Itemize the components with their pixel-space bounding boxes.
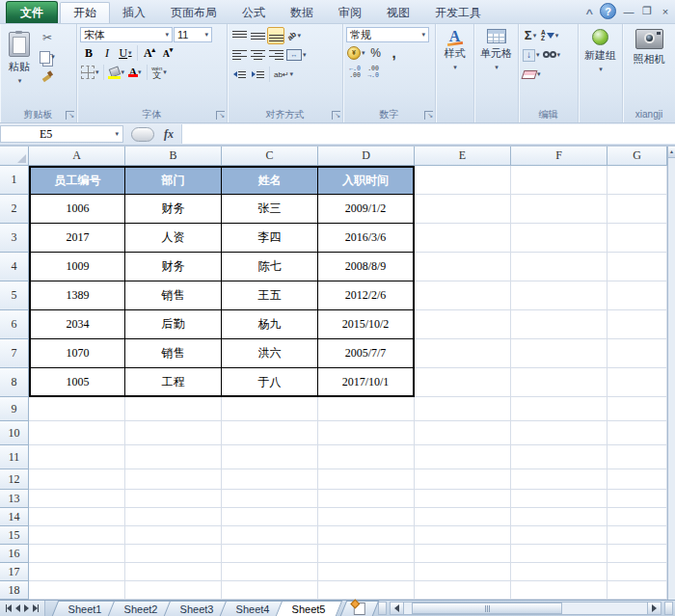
- styles-button[interactable]: A 样式 ▾: [436, 24, 473, 108]
- grid-cell-D9[interactable]: [318, 397, 415, 421]
- ribbon-tab-数据[interactable]: 数据: [278, 3, 326, 23]
- grid-cell-E3[interactable]: [415, 224, 511, 253]
- phonetic-guide-button[interactable]: wén文▾: [150, 64, 168, 81]
- insert-function-button[interactable]: fx: [164, 127, 174, 142]
- column-header-B[interactable]: B: [125, 147, 222, 166]
- grid-cell-C5[interactable]: 王五: [222, 281, 318, 310]
- grid-cell-G16[interactable]: [608, 545, 667, 563]
- grid-cell-A6[interactable]: 2034: [29, 310, 125, 339]
- grid-cell-F8[interactable]: [511, 368, 608, 397]
- grid-cell-C7[interactable]: 洪六: [222, 339, 318, 368]
- grid-cell-B9[interactable]: [125, 397, 222, 421]
- last-sheet-button[interactable]: [33, 604, 39, 612]
- grid-cell-D1[interactable]: 入职时间: [318, 166, 415, 195]
- column-header-G[interactable]: G: [608, 147, 667, 166]
- ribbon-tab-公式[interactable]: 公式: [230, 3, 278, 23]
- grid-cell-A3[interactable]: 2017: [29, 224, 125, 253]
- grid-cell-C1[interactable]: 姓名: [222, 166, 318, 195]
- grid-cell-E10[interactable]: [415, 421, 511, 445]
- grid-cell-B5[interactable]: 销售: [125, 281, 222, 310]
- grid-cell-D13[interactable]: [318, 490, 415, 508]
- grid-cell-D12[interactable]: [318, 469, 415, 490]
- grid-cell-E5[interactable]: [415, 281, 511, 310]
- prev-sheet-button[interactable]: [15, 604, 20, 612]
- grid-cell-A4[interactable]: 1009: [29, 253, 125, 281]
- column-header-C[interactable]: C: [222, 147, 318, 166]
- find-select-button[interactable]: ▾: [542, 46, 562, 64]
- row-header-3[interactable]: 3: [0, 224, 29, 253]
- align-right-button[interactable]: [267, 46, 284, 64]
- grid-cell-C16[interactable]: [222, 545, 318, 563]
- grid-cell-E7[interactable]: [415, 339, 511, 368]
- grid-cell-G1[interactable]: [608, 166, 667, 195]
- grid-cell-E1[interactable]: [415, 166, 511, 195]
- row-header-17[interactable]: 17: [0, 563, 29, 581]
- restore-icon[interactable]: ❐: [641, 5, 653, 17]
- row-header-14[interactable]: 14: [0, 508, 29, 526]
- grid-cell-F3[interactable]: [511, 224, 608, 253]
- increase-decimal-button[interactable]: ←.0.00: [346, 64, 364, 81]
- grid-cell-E15[interactable]: [415, 526, 511, 545]
- grid-cell-F4[interactable]: [511, 253, 608, 281]
- grid-cell-D2[interactable]: 2009/1/2: [318, 195, 415, 224]
- column-header-A[interactable]: A: [29, 147, 125, 166]
- grid-cell-A16[interactable]: [29, 545, 125, 563]
- grid-cell-G4[interactable]: [608, 253, 667, 281]
- grid-cell-B2[interactable]: 财务: [125, 195, 222, 224]
- file-tab[interactable]: 文件: [6, 1, 58, 23]
- grid-cell-F9[interactable]: [511, 397, 608, 421]
- row-header-2[interactable]: 2: [0, 195, 29, 224]
- decrease-decimal-button[interactable]: .00→.0: [364, 64, 382, 81]
- grid-cell-E6[interactable]: [415, 310, 511, 339]
- grid-cell-A13[interactable]: [29, 490, 125, 508]
- grid-cell-C12[interactable]: [222, 469, 318, 490]
- grid-cell-E9[interactable]: [415, 397, 511, 421]
- grid-cell-G5[interactable]: [608, 281, 667, 310]
- chevron-down-icon[interactable]: ▾: [115, 130, 119, 138]
- grid-cell-C2[interactable]: 张三: [222, 195, 318, 224]
- sort-filter-button[interactable]: AZ▾: [540, 27, 559, 44]
- grid-cell-F5[interactable]: [511, 281, 608, 310]
- grid-cell-G8[interactable]: [608, 368, 667, 397]
- grid-cell-A15[interactable]: [29, 526, 125, 545]
- grid-cell-E12[interactable]: [415, 469, 511, 490]
- borders-button[interactable]: ▾: [80, 64, 100, 81]
- grid-cell-A7[interactable]: 1070: [29, 339, 125, 368]
- grid-cell-F1[interactable]: [511, 166, 608, 195]
- grid-cell-C14[interactable]: [222, 508, 318, 526]
- grid-cell-B11[interactable]: [125, 445, 222, 469]
- grid-cell-B4[interactable]: 财务: [125, 253, 222, 281]
- row-header-7[interactable]: 7: [0, 339, 29, 368]
- grid-cell-C3[interactable]: 李四: [222, 224, 318, 253]
- row-header-9[interactable]: 9: [0, 397, 29, 421]
- grid-cell-E8[interactable]: [415, 368, 511, 397]
- font-size-select[interactable]: 11▾: [174, 27, 212, 42]
- grid-cell-E16[interactable]: [415, 545, 511, 563]
- grid-cell-E11[interactable]: [415, 445, 511, 469]
- grid-cell-E17[interactable]: [415, 563, 511, 581]
- grid-cell-A5[interactable]: 1389: [29, 281, 125, 310]
- dialog-launcher-icon[interactable]: [66, 111, 74, 120]
- grid-cell-D16[interactable]: [318, 545, 415, 563]
- vertical-scrollbar[interactable]: ▲: [667, 147, 675, 600]
- fill-color-button[interactable]: ▾: [107, 64, 126, 81]
- scrollbar-split-handle[interactable]: [664, 602, 673, 615]
- grid-cell-A8[interactable]: 1005: [29, 368, 125, 397]
- align-top-button[interactable]: [230, 27, 248, 44]
- number-format-select[interactable]: 常规▾: [346, 27, 429, 42]
- scroll-left-button[interactable]: [390, 602, 404, 615]
- dialog-launcher-icon[interactable]: [332, 111, 340, 120]
- grid-cell-G9[interactable]: [608, 397, 667, 421]
- dialog-launcher-icon[interactable]: [424, 111, 433, 120]
- merge-center-button[interactable]: ↔▾: [285, 46, 308, 64]
- sheet-tab-Sheet5[interactable]: Sheet5: [275, 601, 341, 616]
- grid-cell-G15[interactable]: [608, 526, 667, 545]
- cells-button[interactable]: 单元格 ▾: [474, 24, 518, 108]
- italic-button[interactable]: I: [98, 44, 116, 62]
- grid-cell-B8[interactable]: 工程: [125, 368, 222, 397]
- grid-cell-B18[interactable]: [125, 581, 222, 600]
- copy-button[interactable]: ▾: [39, 48, 56, 66]
- grid-cell-G10[interactable]: [608, 421, 667, 445]
- grid-cell-D18[interactable]: [318, 581, 415, 600]
- autosum-button[interactable]: Σ▾: [522, 27, 539, 44]
